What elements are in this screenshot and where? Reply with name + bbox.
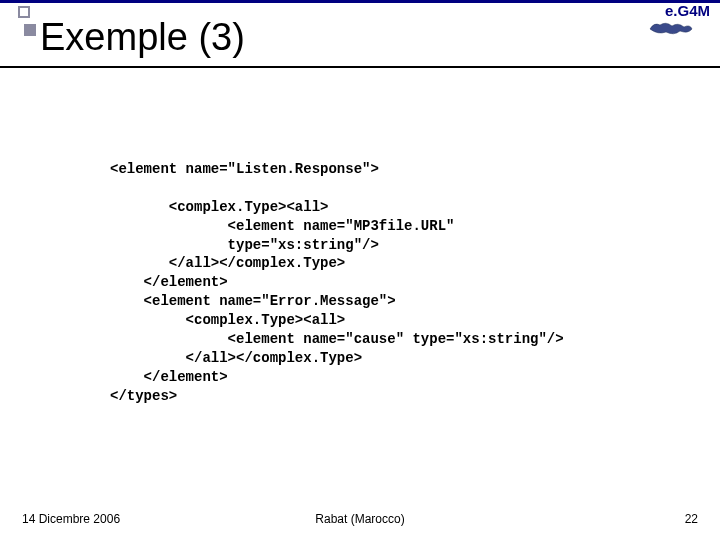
footer-location: Rabat (Marocco) bbox=[315, 512, 404, 526]
top-accent-bar bbox=[0, 0, 720, 3]
slide-title: Exemple (3) bbox=[40, 16, 245, 59]
logo-map-icon bbox=[648, 19, 694, 37]
decor-square-outline bbox=[18, 6, 30, 18]
decor-square-filled bbox=[24, 24, 36, 36]
logo-text: e.G4M bbox=[648, 2, 710, 19]
slide: e.G4M Exemple (3) <element name="Listen.… bbox=[0, 0, 720, 540]
title-underline bbox=[0, 66, 720, 68]
footer-page-number: 22 bbox=[685, 512, 698, 526]
logo: e.G4M bbox=[648, 2, 710, 41]
footer: 14 Dicembre 2006 Rabat (Marocco) 22 bbox=[0, 506, 720, 526]
code-block: <element name="Listen.Response"> <comple… bbox=[110, 160, 680, 406]
footer-date: 14 Dicembre 2006 bbox=[22, 512, 120, 526]
